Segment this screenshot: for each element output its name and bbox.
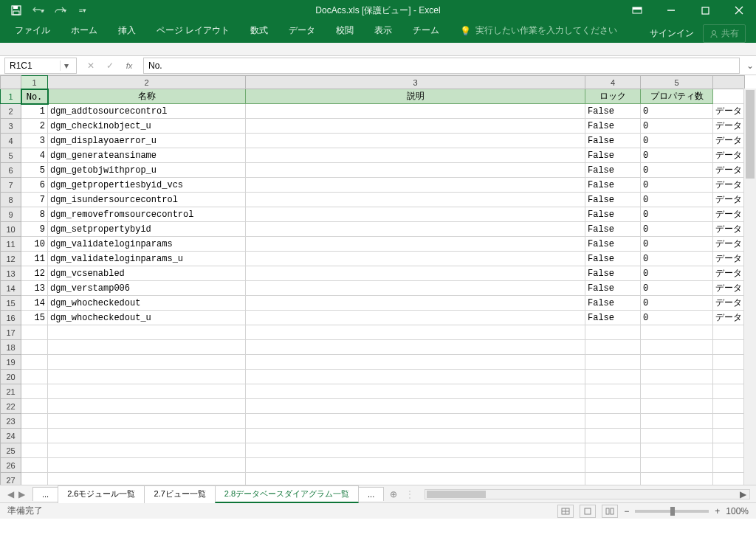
cell[interactable] [585,458,641,473]
cell[interactable] [713,443,745,458]
cell[interactable] [246,134,585,148]
tab-review[interactable]: 校閲 [326,20,364,43]
cell[interactable]: 0 [641,148,713,163]
cell[interactable] [713,355,745,370]
signin-link[interactable]: サインイン [650,27,694,40]
cell[interactable] [21,325,48,340]
cell[interactable] [246,443,585,458]
cell[interactable]: False [585,222,641,237]
cell[interactable] [641,473,713,485]
cell[interactable] [21,414,48,429]
cell[interactable] [585,443,641,458]
cell[interactable] [641,399,713,414]
view-pagebreak-button[interactable] [602,505,618,518]
cell[interactable]: 14 [21,296,48,311]
row-header[interactable]: 3 [1,119,21,134]
cell[interactable] [585,399,641,414]
row-header[interactable]: 2 [1,104,21,119]
cell[interactable]: 15 [21,311,48,325]
zoom-slider[interactable] [635,510,709,513]
ribbon-options-button[interactable] [620,0,654,21]
cell[interactable]: 0 [641,119,713,134]
sheet-tab[interactable]: 2.7ビュー一覧 [144,485,215,503]
row-header[interactable]: 4 [1,134,21,148]
vertical-scroll-thumb[interactable] [746,90,755,179]
sheet-tab-more-left[interactable]: ... [32,487,58,501]
zoom-in-button[interactable]: + [715,506,720,516]
cell[interactable] [246,252,585,266]
cell[interactable] [21,399,48,414]
cell[interactable] [246,473,585,485]
cell[interactable] [713,458,745,473]
cell[interactable] [246,325,585,340]
horizontal-scroll-thumb[interactable] [427,491,486,498]
row-header[interactable]: 15 [1,296,21,311]
cell[interactable] [246,237,585,252]
tab-file[interactable]: ファイル [4,20,61,43]
cell[interactable] [21,355,48,370]
view-pagelayout-button[interactable] [580,505,596,518]
row-header[interactable]: 17 [1,325,21,340]
cell[interactable] [48,384,246,399]
cell[interactable] [246,429,585,443]
share-button[interactable]: 共有 [703,24,746,43]
tab-insert[interactable]: 挿入 [108,20,146,43]
cell[interactable] [641,355,713,370]
cell[interactable]: 2 [21,119,48,134]
cell[interactable] [21,473,48,485]
cell[interactable] [48,370,246,384]
cell[interactable] [585,429,641,443]
cell[interactable] [246,414,585,429]
sheet-tab[interactable]: 2.8データベースダイアグラム一覧 [215,485,359,503]
cell[interactable] [21,370,48,384]
formula-expand-button[interactable]: ⌄ [744,60,756,71]
col-header[interactable] [713,76,745,89]
cell[interactable]: dgm_validateloginparams_u [48,252,246,266]
cell[interactable] [246,399,585,414]
cell[interactable]: dgm_getpropertiesbyid_vcs [48,178,246,193]
cell[interactable]: データ [713,104,745,119]
fx-button[interactable]: fx [121,58,137,73]
cell[interactable] [713,473,745,485]
cell[interactable]: dgm_generateansiname [48,148,246,163]
cell[interactable]: False [585,119,641,134]
cell[interactable] [21,384,48,399]
cell[interactable] [246,148,585,163]
cell[interactable] [246,178,585,193]
cell[interactable]: False [585,266,641,281]
cell[interactable]: dgm_removefromsourcecontrol [48,207,246,222]
cell[interactable] [48,340,246,355]
cell[interactable]: データ [713,222,745,237]
cell[interactable] [48,399,246,414]
row-header[interactable]: 27 [1,473,21,485]
row-header[interactable]: 12 [1,252,21,266]
cell[interactable]: False [585,207,641,222]
cell[interactable]: False [585,311,641,325]
tab-data[interactable]: データ [278,20,326,43]
cell[interactable] [48,443,246,458]
cell[interactable]: データ [713,237,745,252]
cell[interactable]: 名称 [48,89,246,104]
cell[interactable]: dgm_whocheckedout_u [48,311,246,325]
cell[interactable] [713,429,745,443]
cell[interactable] [585,340,641,355]
cell[interactable]: False [585,163,641,178]
cell[interactable] [713,340,745,355]
cell[interactable]: dgm_vcsenabled [48,266,246,281]
cell[interactable]: 0 [641,134,713,148]
cell[interactable]: データ [713,311,745,325]
row-header[interactable]: 24 [1,429,21,443]
cell[interactable]: 0 [641,296,713,311]
col-header[interactable]: 5 [641,76,713,89]
col-header[interactable]: 4 [585,76,641,89]
row-header[interactable]: 14 [1,281,21,296]
cell[interactable]: データ [713,163,745,178]
cell[interactable]: False [585,281,641,296]
maximize-button[interactable] [688,0,722,21]
cell[interactable]: データ [713,207,745,222]
cell[interactable] [246,281,585,296]
cell[interactable]: 11 [21,252,48,266]
row-header[interactable]: 20 [1,370,21,384]
row-header[interactable]: 23 [1,414,21,429]
cell[interactable] [713,89,745,104]
